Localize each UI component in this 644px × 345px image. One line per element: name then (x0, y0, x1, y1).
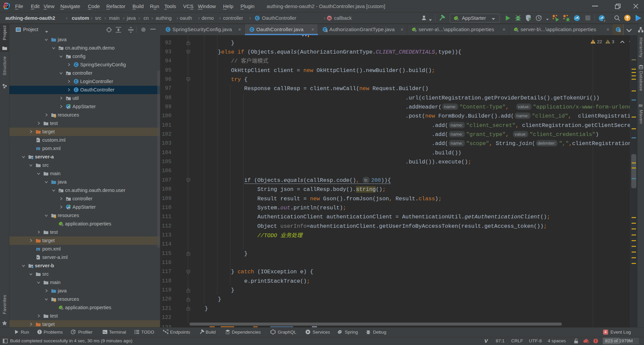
svg-text:m: m (36, 246, 40, 252)
svg-text:C: C (251, 27, 253, 31)
svg-text:C: C (75, 62, 77, 66)
svg-text:z: z (604, 19, 605, 22)
svg-text:C: C (75, 87, 77, 91)
svg-text:C: C (256, 16, 259, 20)
svg-text:m: m (328, 16, 331, 20)
svg-text:C: C (167, 27, 169, 31)
svg-text:C: C (75, 79, 77, 83)
svg-text:m: m (36, 146, 40, 151)
